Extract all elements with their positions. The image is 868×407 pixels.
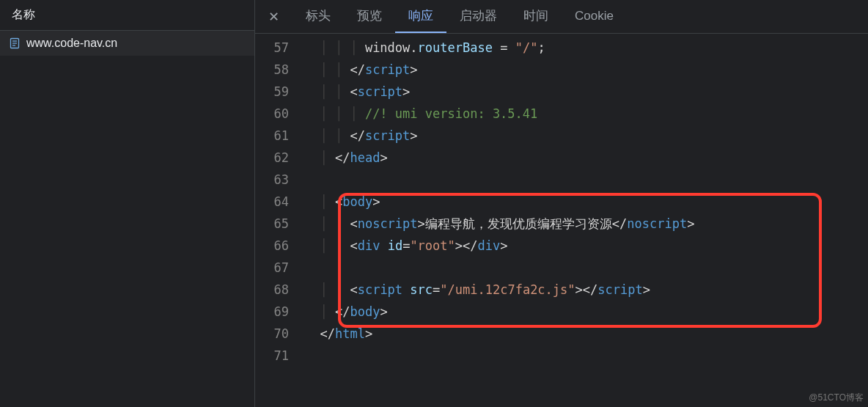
line-content: </html> [305,323,868,345]
line-number: 67 [255,257,305,279]
sidebar-item[interactable]: www.code-nav.cn [0,31,254,56]
code-line: 58 │ │ </script> [255,59,868,81]
line-number: 70 [255,323,305,345]
line-content [305,169,868,191]
line-content: │ │ <div id="root"></div> [305,235,868,257]
code-line: 67 [255,257,868,279]
tab-initiator[interactable]: 启动器 [446,0,510,33]
code-line: 71 [255,345,868,367]
line-number: 66 [255,235,305,257]
code-line: 61 │ │ </script> [255,125,868,147]
tab-headers[interactable]: 标头 [293,0,344,33]
code-line: 68 │ │ <script src="/umi.12c7fa2c.js"></… [255,279,868,301]
line-content: │ │ </script> [305,59,868,81]
code-line: 66 │ │ <div id="root"></div> [255,235,868,257]
code-line: 70 </html> [255,323,868,345]
line-number: 71 [255,345,305,367]
line-content: │ │ </script> [305,125,868,147]
line-number: 61 [255,125,305,147]
tab-timing[interactable]: 时间 [510,0,562,33]
code-line: 69 │ </body> [255,301,868,323]
line-content: │ │ <script src="/umi.12c7fa2c.js"></scr… [305,279,868,301]
line-number: 68 [255,279,305,301]
code-line: 63 [255,169,868,191]
line-content [305,257,868,279]
tab-preview[interactable]: 预览 [344,0,395,33]
line-content: │ │ │ window.routerBase = "/"; [305,37,868,59]
line-number: 59 [255,81,305,103]
line-number: 65 [255,213,305,235]
line-content: │ </body> [305,301,868,323]
line-number: 57 [255,37,305,59]
code-area[interactable]: 57 │ │ │ window.routerBase = "/";58 │ │ … [255,34,868,407]
sidebar-list: www.code-nav.cn [0,31,254,407]
watermark: @51CTO博客 [809,392,864,404]
line-number: 58 [255,59,305,81]
main-panel: ✕ 标头 预览 响应 启动器 时间 Cookie 57 │ │ │ window… [255,0,868,407]
network-sidebar: 名称 www.code-nav.cn [0,0,255,407]
line-content: │ </head> [305,147,868,169]
tab-response[interactable]: 响应 [395,0,446,33]
tabs-bar: ✕ 标头 预览 响应 启动器 时间 Cookie [255,0,868,34]
sidebar-item-label: www.code-nav.cn [26,37,117,50]
sidebar-header: 名称 [0,0,254,31]
line-content: │ │ <noscript>编程导航，发现优质编程学习资源</noscript> [305,213,868,235]
close-button[interactable]: ✕ [255,1,293,32]
line-number: 64 [255,191,305,213]
line-number: 60 [255,103,305,125]
line-content: │ │ <script> [305,81,868,103]
line-number: 62 [255,147,305,169]
code-line: 64 │ <body> [255,191,868,213]
code-line: 65 │ │ <noscript>编程导航，发现优质编程学习资源</noscri… [255,213,868,235]
line-content [305,345,868,367]
code-line: 62 │ </head> [255,147,868,169]
code-line: 59 │ │ <script> [255,81,868,103]
code-line: 60 │ │ │ //! umi version: 3.5.41 [255,103,868,125]
line-content: │ │ │ //! umi version: 3.5.41 [305,103,868,125]
code-line: 57 │ │ │ window.routerBase = "/"; [255,37,868,59]
line-number: 69 [255,301,305,323]
document-icon [9,37,21,49]
line-content: │ <body> [305,191,868,213]
line-number: 63 [255,169,305,191]
tab-cookies[interactable]: Cookie [562,1,627,32]
